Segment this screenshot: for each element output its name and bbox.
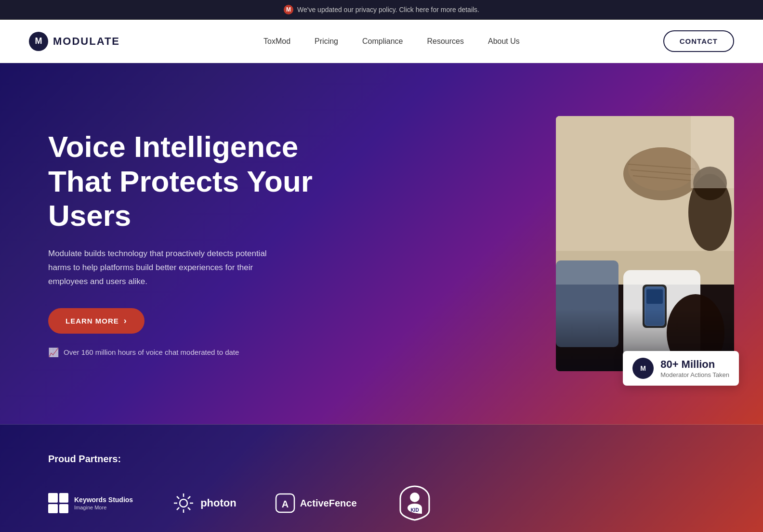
main-nav: ToxMod Pricing Compliance Resources Abou… bbox=[263, 37, 520, 46]
privacy-icon: M bbox=[284, 5, 293, 14]
stats-text: 📈 Over 160 million hours of voice chat m… bbox=[48, 347, 361, 358]
nav-resources[interactable]: Resources bbox=[427, 37, 463, 46]
hero-image bbox=[556, 116, 734, 371]
svg-point-3 bbox=[628, 147, 696, 191]
svg-line-24 bbox=[177, 496, 179, 499]
logo-icon: M bbox=[29, 32, 48, 51]
hero-image-container: M 80+ Million Moderator Actions Taken bbox=[556, 116, 734, 371]
privacy-banner[interactable]: M We've updated our privacy policy. Clic… bbox=[0, 0, 763, 20]
logo[interactable]: M MODULATE bbox=[29, 32, 120, 51]
svg-point-30 bbox=[410, 493, 420, 502]
chart-icon: 📈 bbox=[48, 347, 59, 358]
partner-photon: photon bbox=[171, 491, 237, 515]
header: M MODULATE ToxMod Pricing Compliance Res… bbox=[0, 20, 763, 63]
stat-badge-content: 80+ Million Moderator Actions Taken bbox=[660, 358, 729, 378]
svg-line-27 bbox=[177, 507, 179, 510]
stat-badge: M 80+ Million Moderator Actions Taken bbox=[623, 351, 739, 386]
svg-text:A: A bbox=[281, 499, 288, 509]
stat-badge-label: Moderator Actions Taken bbox=[660, 371, 729, 378]
hero-photo-svg bbox=[556, 116, 734, 371]
photon-logo-text: photon bbox=[200, 497, 237, 509]
stat-badge-number: 80+ Million bbox=[660, 358, 729, 371]
partner-keywords: Keywords Studios Imagine More bbox=[48, 493, 133, 513]
svg-rect-18 bbox=[691, 116, 734, 188]
svg-line-25 bbox=[188, 507, 190, 510]
partner-kid: KID bbox=[395, 484, 434, 522]
photon-logo-icon bbox=[171, 491, 196, 515]
contact-button[interactable]: CONTACT bbox=[663, 30, 734, 52]
activefence-logo-text: ActiveFence bbox=[300, 498, 357, 509]
partners-section: Proud Partners: Keywords Studios Imagine… bbox=[0, 424, 763, 532]
nav-toxmod[interactable]: ToxMod bbox=[263, 37, 290, 46]
stat-badge-icon: M bbox=[632, 358, 654, 379]
svg-point-19 bbox=[180, 499, 187, 507]
svg-rect-15 bbox=[646, 289, 663, 304]
partners-logos: Keywords Studios Imagine More bbox=[48, 484, 715, 522]
activefence-logo-icon: A bbox=[275, 493, 295, 513]
hero-description: Modulate builds technology that proactiv… bbox=[48, 247, 279, 289]
nav-compliance[interactable]: Compliance bbox=[362, 37, 403, 46]
svg-text:KID: KID bbox=[410, 507, 419, 513]
partner-activefence: A ActiveFence bbox=[275, 493, 357, 513]
keywords-logo-text: Keywords Studios Imagine More bbox=[74, 495, 133, 511]
partners-title: Proud Partners: bbox=[48, 454, 715, 465]
keywords-logo-icon bbox=[48, 493, 68, 513]
nav-pricing[interactable]: Pricing bbox=[315, 37, 338, 46]
svg-line-26 bbox=[188, 496, 190, 499]
arrow-icon: › bbox=[124, 316, 127, 326]
kid-logo-icon: KID bbox=[395, 484, 434, 522]
hero-title: Voice Intelligence That Protects Your Us… bbox=[48, 130, 361, 233]
hero-section: Voice Intelligence That Protects Your Us… bbox=[0, 63, 763, 424]
logo-text: MODULATE bbox=[53, 35, 120, 48]
privacy-text: We've updated our privacy policy. Click … bbox=[297, 6, 479, 13]
nav-about[interactable]: About Us bbox=[488, 37, 520, 46]
learn-more-button[interactable]: LEARN MORE › bbox=[48, 308, 145, 334]
hero-content: Voice Intelligence That Protects Your Us… bbox=[48, 130, 361, 358]
